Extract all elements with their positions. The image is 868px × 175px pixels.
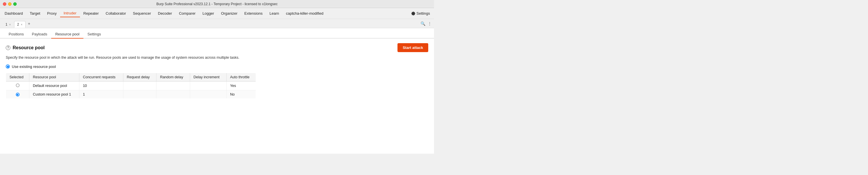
close-button[interactable] xyxy=(3,2,6,6)
menu-item-dashboard[interactable]: Dashboard xyxy=(1,10,27,17)
section-title: Resource pool xyxy=(13,45,44,50)
row-1-delay-increment xyxy=(190,90,226,99)
row-radio-1[interactable] xyxy=(16,93,20,96)
row-1-request-delay xyxy=(123,90,156,99)
settings-menu-item[interactable]: Settings xyxy=(408,10,433,17)
table-header: SelectedResource poolConcurrent requests… xyxy=(6,73,256,81)
col-header-auto-throttle: Auto throttle xyxy=(227,73,256,81)
tab-close-2[interactable]: × xyxy=(21,23,23,26)
table-row: Custom resource pool 11No xyxy=(6,90,256,99)
tab-bar-right: 🔍 ⋮ xyxy=(421,21,432,26)
main-content: ? Resource pool Start attack Specify the… xyxy=(0,38,434,154)
menu-bar: DashboardTargetProxyIntruderRepeaterColl… xyxy=(0,8,434,19)
maximize-button[interactable] xyxy=(13,2,17,6)
settings-label: Settings xyxy=(416,11,430,16)
row-selected-cell-0[interactable] xyxy=(6,81,29,90)
tab-label-2: 2 xyxy=(17,23,19,27)
sub-tab-bar: PositionsPayloadsResource poolSettings xyxy=(0,28,434,38)
menu-item-decoder[interactable]: Decoder xyxy=(154,10,176,17)
sub-tab-positions[interactable]: Positions xyxy=(5,30,28,38)
tab-1[interactable]: 1× xyxy=(2,21,14,28)
menu-right: Settings xyxy=(408,10,433,17)
menu-item-collaborator[interactable]: Collaborator xyxy=(102,10,129,17)
menu-item-extensions[interactable]: Extensions xyxy=(241,10,266,17)
new-tab-button[interactable]: + xyxy=(26,20,32,27)
resource-pool-table: SelectedResource poolConcurrent requests… xyxy=(6,73,256,99)
search-icon[interactable]: 🔍 xyxy=(421,21,425,26)
row-radio-0[interactable] xyxy=(16,84,20,87)
sub-tab-resource-pool[interactable]: Resource pool xyxy=(51,30,84,38)
minimize-button[interactable] xyxy=(8,2,11,6)
use-existing-label: Use existing resource pool xyxy=(12,64,56,69)
help-icon[interactable]: ? xyxy=(6,46,10,50)
row-0-pool-name: Default resource pool xyxy=(29,81,80,90)
menu-item-intruder[interactable]: Intruder xyxy=(60,9,80,17)
col-header-request-delay: Request delay xyxy=(123,73,156,81)
menu-item-organizer[interactable]: Organizer xyxy=(217,10,241,17)
row-1-auto-throttle: No xyxy=(227,90,256,99)
gear-icon xyxy=(411,11,415,16)
use-existing-radio-option[interactable]: Use existing resource pool xyxy=(6,64,428,69)
col-header-selected: Selected xyxy=(6,73,29,81)
title-bar: Burp Suite Professional v2023.12.1 - Tem… xyxy=(0,0,434,8)
menu-item-comparer[interactable]: Comparer xyxy=(176,10,199,17)
description-text: Specify the resource pool in which the a… xyxy=(6,55,428,60)
menu-item-logger[interactable]: Logger xyxy=(199,10,217,17)
row-0-request-delay xyxy=(123,81,156,90)
section-title-row: ? Resource pool xyxy=(6,45,44,50)
col-header-delay-increment: Delay increment xyxy=(190,73,226,81)
use-existing-radio[interactable] xyxy=(6,64,10,68)
row-0-concurrent-requests: 10 xyxy=(80,81,123,90)
row-0-auto-throttle: Yes xyxy=(227,81,256,90)
menu-item-repeater[interactable]: Repeater xyxy=(80,10,102,17)
col-header-resource-pool: Resource pool xyxy=(29,73,80,81)
tab-close-1[interactable]: × xyxy=(9,23,11,26)
row-selected-cell-1[interactable] xyxy=(6,90,29,99)
col-header-random-delay: Random delay xyxy=(156,73,190,81)
start-attack-button[interactable]: Start attack xyxy=(398,43,428,52)
row-1-random-delay xyxy=(156,90,190,99)
tab-bar: 1×2× + 🔍 ⋮ xyxy=(0,19,434,28)
menu-item-proxy[interactable]: Proxy xyxy=(44,10,60,17)
more-options-icon[interactable]: ⋮ xyxy=(428,21,432,26)
menu-item-target[interactable]: Target xyxy=(27,10,44,17)
row-1-pool-name: Custom resource pool 1 xyxy=(29,90,80,99)
tab-label-1: 1 xyxy=(5,23,7,27)
window-title: Burp Suite Professional v2023.12.1 - Tem… xyxy=(156,2,278,6)
tab-2[interactable]: 2× xyxy=(14,21,26,28)
row-1-concurrent-requests: 1 xyxy=(80,90,123,99)
col-header-concurrent-requests: Concurrent requests xyxy=(80,73,123,81)
table-row: Default resource pool10Yes xyxy=(6,81,256,90)
window-controls xyxy=(3,2,17,6)
sub-tab-payloads[interactable]: Payloads xyxy=(28,30,51,38)
sub-tab-settings[interactable]: Settings xyxy=(84,30,105,38)
row-0-delay-increment xyxy=(190,81,226,90)
menu-item-captcha-killer-modified[interactable]: captcha-killer-modified xyxy=(282,10,327,17)
menu-item-sequencer[interactable]: Sequencer xyxy=(129,10,154,17)
table-body: Default resource pool10YesCustom resourc… xyxy=(6,81,256,99)
section-header: ? Resource pool Start attack xyxy=(6,43,428,52)
menu-item-learn[interactable]: Learn xyxy=(266,10,282,17)
row-0-random-delay xyxy=(156,81,190,90)
